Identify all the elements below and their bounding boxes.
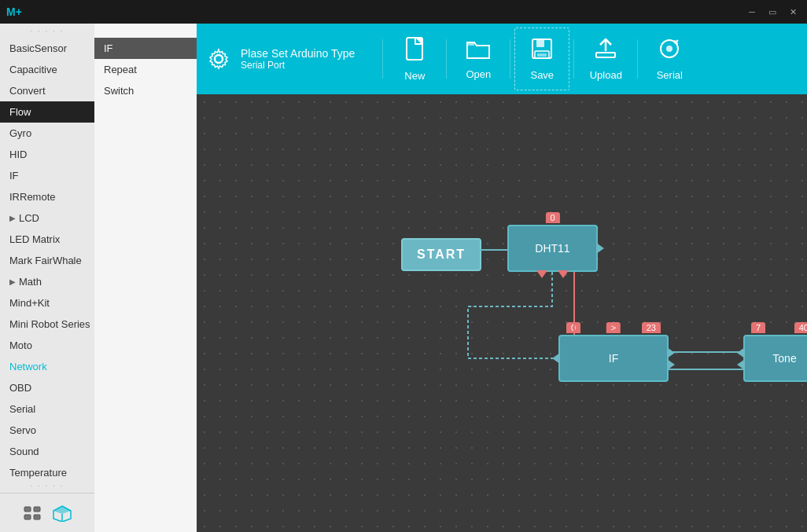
main-layout: · · · · · BasicSensorCapacitiveConvertFl…	[0, 24, 807, 532]
sidebar-item-label: LED Matrix	[9, 233, 60, 245]
toolbar-actions: NewOpenSaveUploadSerial	[387, 28, 799, 90]
gear-icon	[205, 45, 233, 73]
sidebar-item-label: IF	[9, 170, 19, 182]
sidebar-item-lcd[interactable]: ▶LCD	[0, 207, 94, 229]
if-badge-right: 23	[642, 322, 661, 333]
toolbar-divider-4	[573, 39, 574, 79]
sidebar-item-label: Mini Robot Series	[9, 318, 90, 330]
tone-badge-right: 400	[794, 322, 807, 333]
sidebar-item-flow[interactable]: Flow	[0, 101, 94, 123]
sidebar-item-if[interactable]: IF	[0, 165, 94, 186]
sidebar-item-servo[interactable]: Servo	[0, 420, 94, 441]
save-button[interactable]: Save	[514, 28, 569, 90]
sidebar-item-mind+kit[interactable]: Mind+Kit	[0, 292, 94, 314]
sidebar-item-label: Convert	[9, 85, 46, 97]
sidebar-item-label: OBD	[9, 382, 31, 394]
titlebar: M+ ─ ▭ ✕	[0, 0, 807, 24]
sidebar-item-label: Capacitive	[9, 64, 57, 75]
restore-button[interactable]: ▭	[765, 6, 780, 17]
sidebar-item-capacitive[interactable]: Capacitive	[0, 59, 94, 80]
svg-point-7	[215, 55, 223, 63]
serial-button[interactable]: Serial	[642, 28, 697, 90]
expand-arrow-icon: ▶	[9, 277, 16, 286]
sidebar-item-moto[interactable]: Moto	[0, 335, 94, 356]
sidebar-item-label: Moto	[9, 339, 32, 351]
minimize-button[interactable]: ─	[744, 6, 760, 17]
sidebar-item-irremote[interactable]: IRRemote	[0, 186, 94, 207]
sidebar-item-label: Mind+Kit	[9, 297, 50, 309]
toolbar: Plase Set Arduino Type Serial Port NewOp…	[197, 24, 807, 94]
sidebar-item-label: LCD	[19, 212, 39, 224]
sidebar-item-math[interactable]: ▶Math	[0, 271, 94, 292]
sidebar-item-temperature[interactable]: Temperature	[0, 462, 94, 479]
app-logo: M+	[6, 6, 22, 18]
sidebar-item-label: IRRemote	[9, 191, 56, 203]
svg-marker-9	[415, 38, 422, 44]
submenu-item-repeat[interactable]: Repeat	[94, 59, 197, 80]
serial-label: Serial	[657, 69, 683, 81]
toolbar-divider-3	[510, 39, 510, 79]
dht11-node[interactable]: 0 DHT11	[507, 225, 598, 272]
dht11-port-bottom1	[536, 270, 547, 278]
open-icon	[466, 38, 491, 64]
tone-node[interactable]: 7 400 Tone	[743, 335, 807, 382]
sidebar-item-network[interactable]: Network	[0, 356, 94, 377]
new-button[interactable]: New	[387, 28, 442, 90]
sidebar-item-label: Servo	[9, 424, 36, 436]
close-button[interactable]: ✕	[785, 6, 801, 17]
dht11-label: DHT11	[535, 242, 569, 255]
sidebar-item-sound[interactable]: Sound	[0, 441, 94, 462]
if-label: IF	[609, 352, 618, 365]
sidebar-item-label: BasicSensor	[9, 42, 67, 54]
dht11-port-bottom2	[558, 270, 569, 278]
sidebar-item-obd[interactable]: OBD	[0, 377, 94, 398]
sidebar: · · · · · BasicSensorCapacitiveConvertFl…	[0, 24, 94, 532]
if-node[interactable]: 0 > 23 IF	[558, 335, 669, 382]
sidebar-item-serial[interactable]: Serial	[0, 398, 94, 420]
svg-point-17	[666, 46, 672, 52]
settings-subtitle: Serial Port	[241, 60, 355, 71]
sidebar-item-label: Math	[19, 276, 42, 288]
toolbar-settings-text: Plase Set Arduino Type Serial Port	[241, 47, 355, 71]
start-block[interactable]: START	[401, 238, 481, 271]
if-badge-center: >	[606, 322, 621, 333]
sidebar-item-basicsensor[interactable]: BasicSensor	[0, 38, 94, 59]
svg-rect-15	[596, 53, 615, 57]
toolbar-divider-5	[637, 39, 638, 79]
sidebar-item-led-matrix[interactable]: LED Matrix	[0, 229, 94, 250]
toolbar-divider-2	[446, 39, 447, 79]
sidebar-item-mark-fairwhale[interactable]: Mark FairWhale	[0, 250, 94, 271]
start-label: START	[417, 248, 466, 261]
settings-title: Plase Set Arduino Type	[241, 47, 355, 60]
submenu-item-switch[interactable]: Switch	[94, 80, 197, 101]
svg-marker-5	[53, 506, 71, 514]
sidebar-item-gyro[interactable]: Gyro	[0, 123, 94, 144]
upload-button[interactable]: Upload	[578, 28, 633, 90]
sidebar-item-hid[interactable]: HID	[0, 144, 94, 165]
tone-port-left2	[737, 359, 745, 370]
svg-rect-10	[467, 42, 474, 46]
dht11-port-right	[596, 243, 604, 254]
sidebar-item-label: Sound	[9, 446, 39, 457]
sidebar-item-mini-robot-series[interactable]: Mini Robot Series	[0, 314, 94, 335]
titlebar-controls: ─ ▭ ✕	[744, 6, 801, 17]
new-icon	[403, 36, 426, 65]
upload-icon	[594, 37, 617, 64]
serial-icon	[658, 37, 681, 64]
sidebar-item-label: Serial	[9, 403, 35, 415]
save-label: Save	[530, 69, 554, 81]
toolbar-settings[interactable]: Plase Set Arduino Type Serial Port	[205, 45, 355, 73]
canvas-area[interactable]: START 0 DHT11 0 > 23 IF	[197, 94, 807, 532]
sidebar-item-label: Gyro	[9, 127, 31, 139]
save-icon	[530, 37, 554, 64]
grid-icon[interactable]	[21, 504, 43, 522]
sidebar-item-convert[interactable]: Convert	[0, 80, 94, 101]
if-port-right1	[667, 347, 675, 358]
if-port-right2	[667, 359, 675, 370]
tone-label: Tone	[772, 352, 796, 365]
open-button[interactable]: Open	[451, 28, 506, 90]
svg-rect-3	[34, 515, 40, 519]
box-icon[interactable]	[51, 504, 73, 522]
tone-port-left1	[737, 347, 745, 358]
submenu-item-if[interactable]: IF	[94, 38, 197, 59]
